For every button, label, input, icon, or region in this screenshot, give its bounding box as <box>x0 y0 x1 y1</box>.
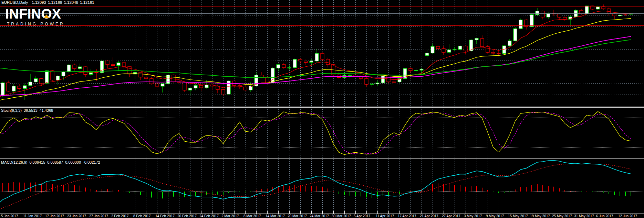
macd-indicator-label: MACD(12,26,9)0.0064150.0085870.000000-0.… <box>1 160 102 164</box>
date-label: 25 May 2017 <box>552 214 572 218</box>
date-label: 14 Mar 2017 <box>266 214 285 218</box>
stoch-name: Stoch(9,3,3) <box>1 108 22 112</box>
date-label: 27 Apr 2017 <box>442 214 460 218</box>
date-label: 2 Mar 2017 <box>221 214 239 218</box>
date-label: 11 Jan 2017 <box>23 214 42 218</box>
high-value: 1.12169 <box>48 0 62 4</box>
date-label: 23 Jan 2017 <box>67 214 86 218</box>
date-label: 27 Jan 2017 <box>89 214 108 218</box>
date-label: 17 Jan 2017 <box>45 214 64 218</box>
date-label: 19 May 2017 <box>530 214 550 218</box>
close-value: 1.12161 <box>80 0 94 4</box>
logo-text-left: INFIN <box>5 6 41 21</box>
open-value: 1.12093 <box>32 0 46 4</box>
stoch-indicator-label: Stoch(9,3,3)36.551341.4368 <box>1 108 55 112</box>
macd-name: MACD(12,26,9) <box>1 160 27 164</box>
low-value: 1.12048 <box>64 0 78 4</box>
date-label: 24 Mar 2017 <box>310 214 329 218</box>
macd-value-1: 0.006415 <box>29 160 45 164</box>
logo-text-right: X <box>52 6 61 21</box>
date-label: 21 Apr 2017 <box>420 214 438 218</box>
date-label: 15 May 2017 <box>508 214 528 218</box>
stoch-d-value: 41.4368 <box>40 108 53 112</box>
macd-value-4: -0.002172 <box>83 160 100 164</box>
date-label: 30 Mar 2017 <box>332 214 351 218</box>
date-label: 31 May 2017 <box>574 214 594 218</box>
date-label: 2 Feb 2017 <box>111 214 129 218</box>
date-label: 11 Apr 2017 <box>376 214 394 218</box>
date-label: 6 Jun 2017 <box>596 214 613 218</box>
time-axis[interactable] <box>3 211 631 214</box>
date-label: 20 Mar 2017 <box>288 214 307 218</box>
macd-value-3: 0.000000 <box>65 160 81 164</box>
infinox-logo: INFINOX TRADING POWER <box>5 7 65 26</box>
date-label: 8 Mar 2017 <box>243 214 261 218</box>
logo-tagline: TRADING POWER <box>5 22 65 26</box>
symbol-period-label: EURUSD,Daily <box>1 0 28 4</box>
quote-line: EURUSD,Daily1.120931.121691.120481.12161 <box>1 0 96 4</box>
stoch-k-value: 36.5513 <box>24 108 38 112</box>
chart-canvas[interactable]: 5 Jan 201711 Jan 201717 Jan 201723 Jan 2… <box>0 0 644 218</box>
logo-wordmark: INFINOX <box>5 7 65 21</box>
date-label: 20 Feb 2017 <box>177 214 197 218</box>
logo-letter-o: O <box>41 7 52 21</box>
date-label: 17 Apr 2017 <box>398 214 416 218</box>
date-label: 5 Jan 2017 <box>1 214 18 218</box>
date-label: 24 Feb 2017 <box>199 214 219 218</box>
date-label: 8 Feb 2017 <box>133 214 151 218</box>
terminal-chart-window: 5 Jan 201711 Jan 201717 Jan 201723 Jan 2… <box>0 0 644 218</box>
date-label: 14 Feb 2017 <box>155 214 175 218</box>
macd-value-2: 0.008587 <box>47 160 63 164</box>
date-label: 12 Jun 2017 <box>618 214 637 218</box>
logo-triangle-icon <box>44 14 49 18</box>
date-label: 5 Apr 2017 <box>354 214 371 218</box>
date-label: 9 May 2017 <box>486 214 504 218</box>
date-label: 3 May 2017 <box>464 214 482 218</box>
